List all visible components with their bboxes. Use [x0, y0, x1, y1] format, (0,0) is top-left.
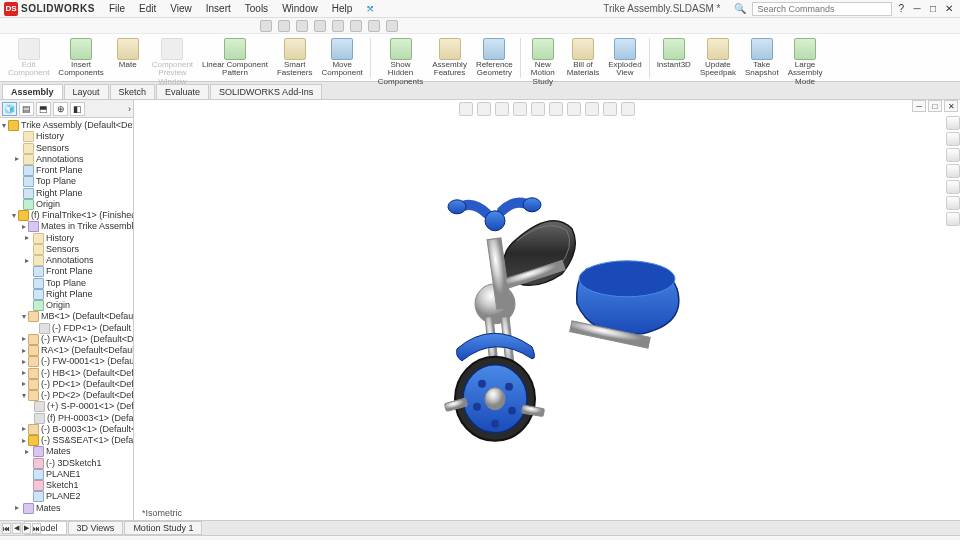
- viewport[interactable]: ─ □ ✕: [134, 100, 960, 520]
- ribbon-smart-fasteners[interactable]: SmartFasteners: [273, 36, 317, 80]
- task-res-icon[interactable]: [946, 116, 960, 130]
- menu-edit[interactable]: Edit: [133, 1, 162, 16]
- section-view-icon[interactable]: [513, 102, 527, 116]
- tree-tab-property-icon[interactable]: ▤: [19, 102, 34, 116]
- tree-item[interactable]: ▸History: [0, 233, 133, 244]
- menu-window[interactable]: Window: [276, 1, 324, 16]
- bt-prev-icon[interactable]: ◀: [12, 523, 21, 534]
- ribbon-take-snapshot[interactable]: TakeSnapshot: [741, 36, 783, 80]
- tree-item[interactable]: PLANE1: [0, 469, 133, 480]
- bt-next-icon[interactable]: ▶: [22, 523, 31, 534]
- tree-item[interactable]: ▸Mates: [0, 503, 133, 514]
- maximize-button[interactable]: □: [926, 2, 940, 16]
- tree-item[interactable]: ▸(-) B-0003<1> (Default<<Default>_: [0, 424, 133, 435]
- tree-item[interactable]: Sensors: [0, 244, 133, 255]
- qat-select-icon[interactable]: [350, 20, 362, 32]
- ribbon-linear-component-pattern[interactable]: Linear ComponentPattern: [198, 36, 272, 80]
- zoom-area-icon[interactable]: [477, 102, 491, 116]
- vp-max-icon[interactable]: □: [928, 100, 942, 112]
- tree-item[interactable]: (f) PH-0003<1> (Default): [0, 413, 133, 424]
- ribbon-mate[interactable]: Mate: [109, 36, 147, 71]
- tree-item[interactable]: ▸(-) PD<1> (Default<Default_Displa: [0, 379, 133, 390]
- tree-item[interactable]: Top Plane: [0, 176, 133, 187]
- menu-pin-icon[interactable]: ⤲: [360, 1, 380, 16]
- qat-rebuild-icon[interactable]: [368, 20, 380, 32]
- tree-item[interactable]: (+) S-P-0001<1> (Default): [0, 401, 133, 412]
- ribbon-insert-components[interactable]: InsertComponents: [54, 36, 107, 80]
- menu-help[interactable]: Help: [326, 1, 359, 16]
- ribbon-bill-of-materials[interactable]: Bill ofMaterials: [563, 36, 603, 80]
- tree-item[interactable]: Origin: [0, 300, 133, 311]
- tree-item[interactable]: ▸(-) HB<1> (Default<Default_Displa: [0, 368, 133, 379]
- tree-item[interactable]: ▾MB<1> (Default<Default_Display S: [0, 311, 133, 322]
- close-button[interactable]: ✕: [942, 2, 956, 16]
- help-icon[interactable]: ?: [898, 3, 904, 14]
- view-orient-icon[interactable]: [531, 102, 545, 116]
- tree-item[interactable]: ▸(-) FW-0001<1> (Default<Default_D: [0, 356, 133, 367]
- qat-print-icon[interactable]: [314, 20, 326, 32]
- vp-min-icon[interactable]: ─: [912, 100, 926, 112]
- tree-tab-feature-icon[interactable]: 🧊: [2, 102, 17, 116]
- ribbon-show-hidden-components[interactable]: ShowHiddenComponents: [374, 36, 427, 88]
- tree-item[interactable]: Front Plane: [0, 266, 133, 277]
- tree-item[interactable]: PLANE2: [0, 491, 133, 502]
- minimize-button[interactable]: ─: [910, 2, 924, 16]
- qat-options-icon[interactable]: [386, 20, 398, 32]
- ribbon-reference-geometry[interactable]: ReferenceGeometry: [472, 36, 517, 80]
- tab-evaluate[interactable]: Evaluate: [156, 84, 209, 99]
- tree-item[interactable]: Sketch1: [0, 480, 133, 491]
- tree-item[interactable]: ▸(-) FWA<1> (Default<Default_Displ: [0, 334, 133, 345]
- vp-close-icon[interactable]: ✕: [944, 100, 958, 112]
- ribbon-instant3d[interactable]: Instant3D: [653, 36, 695, 71]
- tree-tab-config-icon[interactable]: ⬒: [36, 102, 51, 116]
- tree-root[interactable]: ▾Trike Assembly (Default<Default_Display…: [0, 120, 133, 131]
- tree-item[interactable]: Right Plane: [0, 188, 133, 199]
- tree-tab-dim-icon[interactable]: ⊕: [53, 102, 68, 116]
- tree-item[interactable]: ▾(f) FinalTrike<1> (Finished<SSM>): [0, 210, 133, 221]
- bt-first-icon[interactable]: ⏮: [2, 523, 11, 534]
- tree-item[interactable]: ▸(-) SS&SEAT<1> (Default<Default_D: [0, 435, 133, 446]
- tab-sketch[interactable]: Sketch: [110, 84, 156, 99]
- tree-item[interactable]: ▸Mates in Trike Assembly: [0, 221, 133, 232]
- menu-view[interactable]: View: [164, 1, 198, 16]
- tree-item[interactable]: History: [0, 131, 133, 142]
- tab-assembly[interactable]: Assembly: [2, 84, 63, 99]
- tab-layout[interactable]: Layout: [64, 84, 109, 99]
- tab-solidworks-add-ins[interactable]: SOLIDWORKS Add-Ins: [210, 84, 322, 99]
- tree-item[interactable]: Origin: [0, 199, 133, 210]
- tree-item[interactable]: ▸Mates: [0, 446, 133, 457]
- task-expl-icon[interactable]: [946, 148, 960, 162]
- search-input[interactable]: [752, 2, 892, 16]
- bt-last-icon[interactable]: ⏭: [32, 523, 41, 534]
- qat-undo-icon[interactable]: [332, 20, 344, 32]
- tree-item[interactable]: Top Plane: [0, 278, 133, 289]
- tree-item[interactable]: Right Plane: [0, 289, 133, 300]
- task-appear-icon[interactable]: [946, 180, 960, 194]
- qat-open-icon[interactable]: [278, 20, 290, 32]
- tree-tab-display-icon[interactable]: ◧: [70, 102, 85, 116]
- task-forum-icon[interactable]: [946, 212, 960, 226]
- ribbon-exploded-view[interactable]: ExplodedView: [604, 36, 645, 80]
- apply-scene-icon[interactable]: [603, 102, 617, 116]
- edit-appearance-icon[interactable]: [585, 102, 599, 116]
- tree-item[interactable]: (-) FDP<1> (Default: [0, 323, 133, 334]
- menu-file[interactable]: File: [103, 1, 131, 16]
- menu-tools[interactable]: Tools: [239, 1, 274, 16]
- ribbon-new-motion-study[interactable]: NewMotionStudy: [524, 36, 562, 88]
- tree-item[interactable]: Sensors: [0, 143, 133, 154]
- ribbon-move-component[interactable]: MoveComponent: [317, 36, 366, 80]
- task-view-icon[interactable]: [946, 164, 960, 178]
- display-style-icon[interactable]: [549, 102, 563, 116]
- prev-view-icon[interactable]: [495, 102, 509, 116]
- tree-item[interactable]: ▸Annotations: [0, 255, 133, 266]
- zoom-fit-icon[interactable]: [459, 102, 473, 116]
- bottom-tab-3d-views[interactable]: 3D Views: [68, 521, 124, 535]
- hide-show-icon[interactable]: [567, 102, 581, 116]
- tree-flyout-icon[interactable]: ›: [128, 104, 131, 114]
- tree-item[interactable]: Front Plane: [0, 165, 133, 176]
- ribbon-large-assembly-mode[interactable]: LargeAssemblyMode: [784, 36, 827, 88]
- bottom-tab-motion-study-1[interactable]: Motion Study 1: [124, 521, 202, 535]
- qat-save-icon[interactable]: [296, 20, 308, 32]
- view-settings-icon[interactable]: [621, 102, 635, 116]
- tree-item[interactable]: ▾(-) PD<2> (Default<Default_Displa: [0, 390, 133, 401]
